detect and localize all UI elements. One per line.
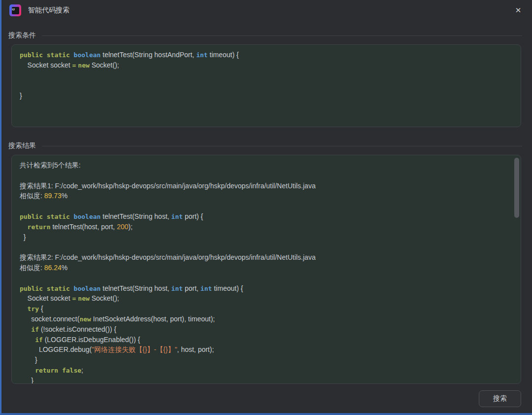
close-button[interactable]: ✕ bbox=[512, 4, 524, 16]
condition-section-header: 搜索条件 bbox=[8, 32, 522, 39]
search-condition-editor[interactable]: public static boolean telnetTest(String … bbox=[11, 44, 521, 127]
title-bar: IJ 智能代码搜索 ✕ bbox=[1, 0, 532, 21]
scrollbar-thumb[interactable] bbox=[514, 158, 519, 218]
search-results-panel[interactable]: 共计检索到5个结果:搜索结果1: F:/code_work/hskp/hskp-… bbox=[11, 155, 521, 384]
condition-section-label: 搜索条件 bbox=[8, 31, 36, 40]
close-icon: ✕ bbox=[515, 6, 522, 15]
condition-separator-line bbox=[42, 35, 522, 36]
results-section-label: 搜索结果 bbox=[8, 141, 36, 150]
dialog-title: 智能代码搜索 bbox=[28, 6, 69, 15]
intellij-logo-icon: IJ bbox=[9, 4, 21, 16]
code-search-dialog: IJ 智能代码搜索 ✕ 搜索条件 public static boolean t… bbox=[0, 0, 532, 415]
footer: 搜索 bbox=[1, 384, 532, 407]
results-section-header: 搜索结果 bbox=[8, 142, 522, 150]
results-separator-line bbox=[42, 146, 522, 146]
search-results-text: 共计检索到5个结果:搜索结果1: F:/code_work/hskp/hskp-… bbox=[20, 160, 513, 384]
search-button[interactable]: 搜索 bbox=[479, 390, 521, 407]
intellij-logo-text: IJ bbox=[12, 7, 19, 14]
